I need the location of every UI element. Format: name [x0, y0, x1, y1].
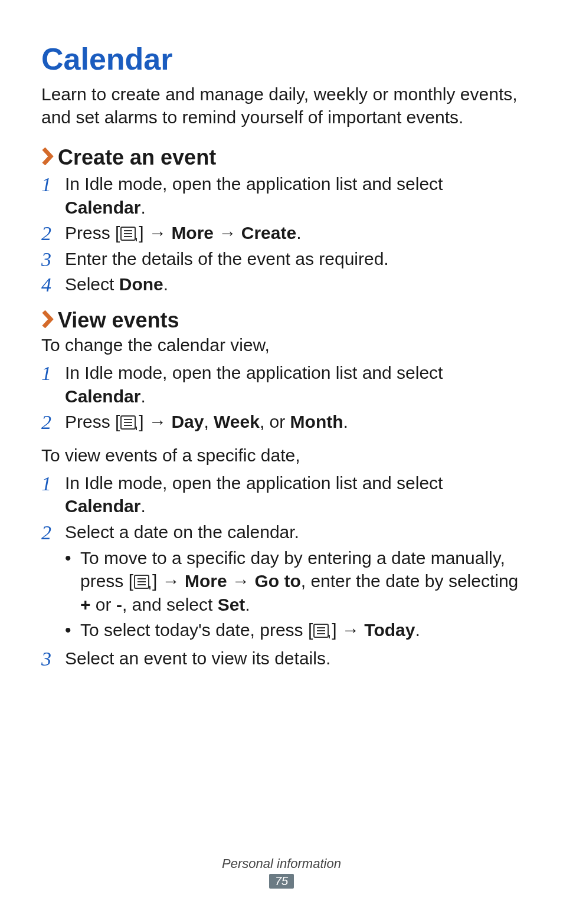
step-body: Enter the details of the event as requir… [65, 247, 522, 271]
text: or [91, 595, 116, 614]
text-bold: Go to [254, 571, 300, 591]
text: → [214, 223, 241, 243]
step-number: 1 [41, 361, 65, 384]
step-body: Select a date on the calendar. To move t… [65, 520, 522, 644]
text-bold: Week [214, 412, 260, 431]
text-bold: More [171, 223, 214, 243]
text-bold: Done [119, 274, 163, 294]
section-heading-view: View events [41, 308, 522, 333]
text-bold: + [80, 595, 91, 614]
text-bold: Set [218, 595, 246, 614]
text: ] → [152, 571, 185, 591]
step-body: In Idle mode, open the application list … [65, 172, 522, 219]
steps-create: 1 In Idle mode, open the application lis… [41, 172, 522, 296]
step-number: 3 [41, 247, 65, 270]
step-item: 2 Press [] → Day, Week, or Month. [41, 410, 522, 434]
section-heading-text: View events [58, 308, 179, 333]
text: Select [65, 274, 119, 294]
step-number: 1 [41, 471, 65, 494]
footer: Personal information 75 [0, 856, 563, 889]
text: ] → [332, 620, 364, 640]
text: . [245, 595, 250, 614]
menu-icon [133, 574, 152, 589]
chevron-icon [41, 310, 54, 328]
text: . [163, 274, 168, 294]
text: . [343, 412, 348, 431]
intro-paragraph: Learn to create and manage daily, weekly… [41, 83, 522, 129]
text: Press [ [65, 412, 120, 431]
bullet-item: To select today's date, press [] → Today… [65, 618, 522, 642]
step-body: Select an event to view its details. [65, 647, 522, 670]
step-body: Press [] → More → Create. [65, 221, 522, 245]
text-bold: Calendar [65, 198, 140, 217]
bullets: To move to a specific day by entering a … [65, 546, 522, 642]
step-item: 1 In Idle mode, open the application lis… [41, 172, 522, 219]
step-item: 2 Select a date on the calendar. To move… [41, 520, 522, 644]
menu-icon [313, 623, 332, 638]
step-body: In Idle mode, open the application list … [65, 471, 522, 518]
step-item: 2 Press [] → More → Create. [41, 221, 522, 245]
text: . [415, 620, 420, 640]
step-number: 4 [41, 273, 65, 296]
text: . [140, 198, 145, 217]
step-item: 3 Select an event to view its details. [41, 647, 522, 670]
step-number: 1 [41, 172, 65, 195]
text-bold: Create [241, 223, 296, 243]
text: . [296, 223, 301, 243]
text-bold: Today [364, 620, 415, 640]
text: ] → [139, 223, 171, 243]
text: , and select [122, 595, 218, 614]
text-bold: - [116, 595, 122, 614]
text: , or [260, 412, 290, 431]
page-number: 75 [269, 874, 294, 889]
text: In Idle mode, open the application list … [65, 363, 443, 382]
text: , [204, 412, 214, 431]
subtext: To view events of a specific date, [41, 445, 522, 466]
text: Select a date on the calendar. [65, 522, 299, 542]
text: In Idle mode, open the application list … [65, 174, 443, 194]
text: In Idle mode, open the application list … [65, 473, 443, 493]
text: Press [ [65, 223, 120, 243]
steps-view-2: 1 In Idle mode, open the application lis… [41, 471, 522, 670]
menu-icon [120, 226, 139, 241]
step-body: Select Done. [65, 273, 522, 296]
footer-section: Personal information [0, 856, 563, 871]
step-body: In Idle mode, open the application list … [65, 361, 522, 408]
step-item: 4 Select Done. [41, 273, 522, 296]
text-bold: More [185, 571, 227, 591]
step-body: Press [] → Day, Week, or Month. [65, 410, 522, 434]
step-item: 1 In Idle mode, open the application lis… [41, 471, 522, 518]
text-bold: Calendar [65, 386, 140, 406]
section-heading-create: Create an event [41, 145, 522, 170]
step-number: 2 [41, 221, 65, 244]
chevron-icon [41, 148, 54, 165]
menu-icon [120, 415, 139, 430]
step-number: 2 [41, 520, 65, 543]
text: ] → [139, 412, 171, 431]
step-item: 3 Enter the details of the event as requ… [41, 247, 522, 271]
steps-view-1: 1 In Idle mode, open the application lis… [41, 361, 522, 434]
step-item: 1 In Idle mode, open the application lis… [41, 361, 522, 408]
text-bold: Day [171, 412, 204, 431]
section-heading-text: Create an event [58, 145, 216, 170]
text: → [227, 571, 255, 591]
text-bold: Calendar [65, 496, 140, 516]
bullet-item: To move to a specific day by entering a … [65, 546, 522, 617]
text: To select today's date, press [ [80, 620, 313, 640]
text: . [140, 386, 145, 406]
step-number: 2 [41, 410, 65, 433]
text: . [140, 496, 145, 516]
text-bold: Month [290, 412, 343, 431]
text: , enter the date by selecting [301, 571, 519, 591]
page-title: Calendar [41, 41, 522, 77]
step-number: 3 [41, 647, 65, 670]
page: Calendar Learn to create and manage dail… [0, 0, 563, 924]
subtext: To change the calendar view, [41, 335, 522, 355]
